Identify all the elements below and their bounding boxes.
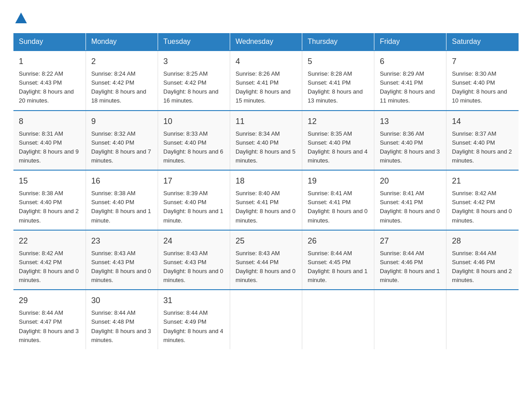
day-number: 20 (380, 175, 441, 187)
day-cell: 8Sunrise: 8:31 AMSunset: 4:40 PMDaylight… (13, 111, 86, 171)
day-info: Sunrise: 8:34 AMSunset: 4:40 PMDaylight:… (236, 129, 296, 166)
day-info: Sunrise: 8:43 AMSunset: 4:44 PMDaylight:… (236, 249, 296, 285)
day-info: Sunrise: 8:38 AMSunset: 4:40 PMDaylight:… (19, 189, 80, 225)
day-number: 9 (91, 116, 152, 128)
day-info: Sunrise: 8:35 AMSunset: 4:40 PMDaylight:… (308, 129, 369, 166)
day-info: Sunrise: 8:44 AMSunset: 4:48 PMDaylight:… (91, 308, 152, 345)
day-cell (446, 290, 519, 349)
day-cell: 21Sunrise: 8:42 AMSunset: 4:42 PMDayligh… (446, 170, 519, 230)
day-number: 1 (19, 56, 80, 68)
day-number: 26 (308, 235, 369, 247)
week-row-5: 29Sunrise: 8:44 AMSunset: 4:47 PMDayligh… (13, 290, 519, 349)
day-number: 29 (19, 295, 80, 307)
day-cell: 20Sunrise: 8:41 AMSunset: 4:41 PMDayligh… (374, 170, 446, 230)
day-number: 6 (380, 56, 441, 68)
day-info: Sunrise: 8:44 AMSunset: 4:49 PMDaylight:… (163, 308, 224, 345)
day-number: 14 (452, 116, 513, 128)
day-number: 25 (236, 235, 296, 247)
day-info: Sunrise: 8:43 AMSunset: 4:43 PMDaylight:… (91, 249, 152, 285)
day-cell: 24Sunrise: 8:43 AMSunset: 4:43 PMDayligh… (158, 230, 230, 290)
day-number: 4 (236, 56, 296, 68)
day-number: 11 (236, 116, 296, 128)
header-cell-tuesday: Tuesday (158, 33, 230, 51)
day-cell: 25Sunrise: 8:43 AMSunset: 4:44 PMDayligh… (230, 230, 302, 290)
day-cell: 11Sunrise: 8:34 AMSunset: 4:40 PMDayligh… (230, 111, 302, 171)
day-info: Sunrise: 8:44 AMSunset: 4:46 PMDaylight:… (380, 249, 441, 285)
header-row: SundayMondayTuesdayWednesdayThursdayFrid… (13, 33, 519, 51)
day-number: 5 (308, 56, 369, 68)
logo (13, 13, 28, 24)
day-number: 13 (380, 116, 441, 128)
day-number: 24 (163, 235, 224, 247)
calendar-body: 1Sunrise: 8:22 AMSunset: 4:43 PMDaylight… (13, 51, 519, 349)
day-cell: 10Sunrise: 8:33 AMSunset: 4:40 PMDayligh… (158, 111, 230, 171)
day-cell: 5Sunrise: 8:28 AMSunset: 4:41 PMDaylight… (302, 51, 374, 111)
day-info: Sunrise: 8:44 AMSunset: 4:45 PMDaylight:… (308, 249, 369, 285)
svg-marker-0 (15, 13, 27, 23)
week-row-3: 15Sunrise: 8:38 AMSunset: 4:40 PMDayligh… (13, 170, 519, 230)
day-cell: 19Sunrise: 8:41 AMSunset: 4:41 PMDayligh… (302, 170, 374, 230)
day-info: Sunrise: 8:42 AMSunset: 4:42 PMDaylight:… (452, 189, 513, 225)
day-cell: 7Sunrise: 8:30 AMSunset: 4:40 PMDaylight… (446, 51, 519, 111)
day-number: 27 (380, 235, 441, 247)
calendar-table: SundayMondayTuesdayWednesdayThursdayFrid… (13, 33, 519, 349)
day-cell: 26Sunrise: 8:44 AMSunset: 4:45 PMDayligh… (302, 230, 374, 290)
day-number: 3 (163, 56, 224, 68)
day-cell: 2Sunrise: 8:24 AMSunset: 4:42 PMDaylight… (86, 51, 158, 111)
day-info: Sunrise: 8:36 AMSunset: 4:40 PMDaylight:… (380, 129, 441, 166)
day-info: Sunrise: 8:43 AMSunset: 4:43 PMDaylight:… (163, 249, 224, 285)
day-number: 12 (308, 116, 369, 128)
day-cell: 30Sunrise: 8:44 AMSunset: 4:48 PMDayligh… (86, 290, 158, 349)
day-info: Sunrise: 8:44 AMSunset: 4:47 PMDaylight:… (19, 308, 80, 345)
day-info: Sunrise: 8:25 AMSunset: 4:42 PMDaylight:… (163, 69, 224, 106)
day-number: 21 (452, 175, 513, 187)
header-cell-wednesday: Wednesday (230, 33, 302, 51)
day-cell: 22Sunrise: 8:42 AMSunset: 4:42 PMDayligh… (13, 230, 86, 290)
day-number: 7 (452, 56, 513, 68)
day-number: 31 (163, 295, 224, 307)
day-info: Sunrise: 8:24 AMSunset: 4:42 PMDaylight:… (91, 69, 152, 106)
day-cell: 17Sunrise: 8:39 AMSunset: 4:40 PMDayligh… (158, 170, 230, 230)
day-info: Sunrise: 8:41 AMSunset: 4:41 PMDaylight:… (308, 189, 369, 225)
day-info: Sunrise: 8:32 AMSunset: 4:40 PMDaylight:… (91, 129, 152, 166)
day-cell: 28Sunrise: 8:44 AMSunset: 4:46 PMDayligh… (446, 230, 519, 290)
day-number: 2 (91, 56, 152, 68)
day-cell (230, 290, 302, 349)
day-cell: 23Sunrise: 8:43 AMSunset: 4:43 PMDayligh… (86, 230, 158, 290)
day-number: 30 (91, 295, 152, 307)
logo-icon (14, 12, 28, 25)
day-cell: 27Sunrise: 8:44 AMSunset: 4:46 PMDayligh… (374, 230, 446, 290)
day-cell: 15Sunrise: 8:38 AMSunset: 4:40 PMDayligh… (13, 170, 86, 230)
day-number: 16 (91, 175, 152, 187)
day-info: Sunrise: 8:40 AMSunset: 4:41 PMDaylight:… (236, 189, 296, 225)
day-number: 23 (91, 235, 152, 247)
header-cell-monday: Monday (86, 33, 158, 51)
day-cell: 16Sunrise: 8:38 AMSunset: 4:40 PMDayligh… (86, 170, 158, 230)
day-info: Sunrise: 8:28 AMSunset: 4:41 PMDaylight:… (308, 69, 369, 106)
day-cell: 3Sunrise: 8:25 AMSunset: 4:42 PMDaylight… (158, 51, 230, 111)
day-cell: 29Sunrise: 8:44 AMSunset: 4:47 PMDayligh… (13, 290, 86, 349)
day-number: 18 (236, 175, 296, 187)
header-cell-friday: Friday (374, 33, 446, 51)
day-cell: 31Sunrise: 8:44 AMSunset: 4:49 PMDayligh… (158, 290, 230, 349)
week-row-1: 1Sunrise: 8:22 AMSunset: 4:43 PMDaylight… (13, 51, 519, 111)
day-cell: 13Sunrise: 8:36 AMSunset: 4:40 PMDayligh… (374, 111, 446, 171)
calendar-header: SundayMondayTuesdayWednesdayThursdayFrid… (13, 33, 519, 51)
day-info: Sunrise: 8:38 AMSunset: 4:40 PMDaylight:… (91, 189, 152, 225)
page-header (13, 13, 519, 24)
day-cell (302, 290, 374, 349)
day-info: Sunrise: 8:44 AMSunset: 4:46 PMDaylight:… (452, 249, 513, 285)
day-info: Sunrise: 8:31 AMSunset: 4:40 PMDaylight:… (19, 129, 80, 166)
header-cell-saturday: Saturday (446, 33, 519, 51)
day-number: 10 (163, 116, 224, 128)
day-info: Sunrise: 8:29 AMSunset: 4:41 PMDaylight:… (380, 69, 441, 106)
day-info: Sunrise: 8:41 AMSunset: 4:41 PMDaylight:… (380, 189, 441, 225)
day-cell: 14Sunrise: 8:37 AMSunset: 4:40 PMDayligh… (446, 111, 519, 171)
day-info: Sunrise: 8:42 AMSunset: 4:42 PMDaylight:… (19, 249, 80, 285)
day-cell: 6Sunrise: 8:29 AMSunset: 4:41 PMDaylight… (374, 51, 446, 111)
day-number: 15 (19, 175, 80, 187)
day-cell: 12Sunrise: 8:35 AMSunset: 4:40 PMDayligh… (302, 111, 374, 171)
day-info: Sunrise: 8:33 AMSunset: 4:40 PMDaylight:… (163, 129, 224, 166)
day-cell (374, 290, 446, 349)
day-info: Sunrise: 8:30 AMSunset: 4:40 PMDaylight:… (452, 69, 513, 106)
